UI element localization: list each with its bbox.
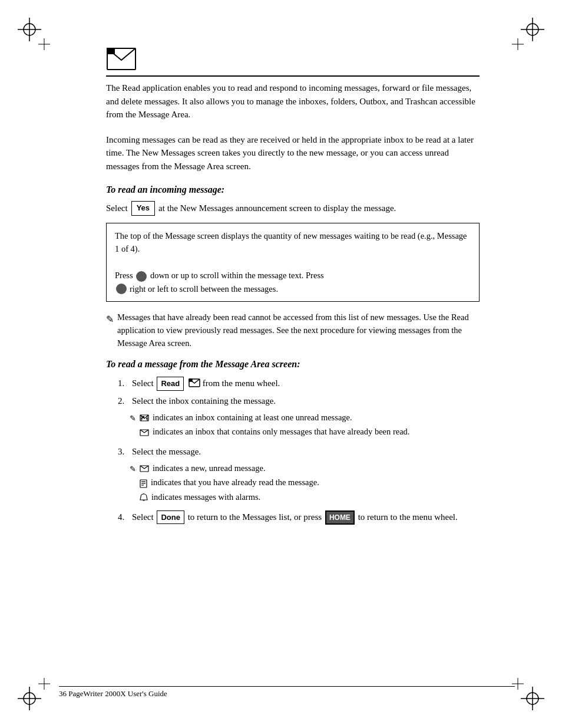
step1-prefix: Select (132, 378, 156, 388)
note-scroll-text: down or up to scroll within the message … (150, 271, 324, 280)
read-msg-icon (140, 476, 148, 489)
incoming-intro-paragraph: Incoming messages can be read as they ar… (106, 133, 480, 173)
tip2-line1-text: indicates an inbox containing at least o… (153, 411, 352, 424)
tip2-content: indicates an inbox containing at least o… (140, 411, 409, 441)
tip2-line2: indicates an inbox that contains only me… (140, 426, 409, 439)
step3-num: 3. (118, 445, 127, 459)
tip3-line2: indicates that you have already read the… (140, 476, 319, 489)
step2: 2. Select the inbox containing the messa… (118, 394, 480, 408)
select-yes-prefix: Select (106, 201, 128, 215)
tip1-text: Messages that have already been read can… (117, 311, 480, 350)
step1-content: Select Read from the menu wheel. (132, 377, 280, 391)
step2-num: 2. (118, 394, 127, 408)
section1-heading: To read an incoming message: (106, 185, 480, 195)
tip1-icon: ✎ (106, 312, 114, 350)
svg-rect-25 (142, 416, 144, 418)
inbox-closed-icon (140, 426, 150, 439)
note-press-label: Press (115, 271, 133, 280)
tip2-paragraph: ✎ (130, 411, 480, 441)
tip3-line3-text: indicates messages with alarms. (151, 491, 260, 504)
note-box: The top of the Message screen displays t… (106, 223, 480, 302)
note-line3: right or left to scroll between the mess… (115, 282, 471, 295)
tip3-line1-text: indicates a new, unread message. (153, 462, 266, 475)
inbox-open-icon (140, 411, 150, 424)
done-button: Done (157, 510, 184, 525)
note-right-left-text: right or left to scroll between the mess… (130, 282, 278, 295)
footer-rule (59, 686, 515, 687)
scroll-button2-icon (116, 284, 127, 294)
tip2-line1: indicates an inbox containing at least o… (140, 411, 409, 424)
tip3-icon: ✎ (130, 463, 136, 506)
new-msg-icon (140, 462, 150, 475)
svg-rect-23 (189, 379, 192, 381)
tip2-icon: ✎ (130, 413, 136, 441)
yes-button: Yes (131, 201, 155, 216)
home-button: HOME (325, 510, 355, 525)
header-icon-area (106, 47, 480, 77)
tip3-line3: indicates messages with alarms. (140, 491, 319, 504)
step4-prefix: Select (132, 512, 156, 522)
header-envelope-icon (106, 47, 137, 71)
note-line2: Press down or up to scroll within the me… (115, 269, 471, 282)
svg-rect-21 (107, 48, 114, 54)
tip3-content: indicates a new, unread message. (140, 462, 319, 506)
numbered-list: 1. Select Read from the menu wheel. (118, 377, 480, 525)
step1: 1. Select Read from the menu wheel. (118, 377, 480, 391)
intro-paragraph: The Read application enables you to read… (106, 81, 480, 121)
step3-text: Select the message. (132, 445, 201, 459)
step4-middle: to return to the Messages list, or press (188, 512, 324, 522)
step1-num: 1. (118, 377, 127, 391)
step1-suffix: from the menu wheel. (203, 378, 280, 388)
step4-content: Select Done to return to the Messages li… (132, 510, 458, 525)
scroll-button-icon (136, 271, 147, 282)
step4-num: 4. (118, 510, 127, 525)
tip3-line1: indicates a new, unread message. (140, 462, 319, 475)
tip3-line2-text: indicates that you have already read the… (151, 476, 319, 489)
tip2-line2-text: indicates an inbox that contains only me… (153, 426, 409, 439)
tip3-paragraph: ✎ indicates a new, unread message. (130, 462, 480, 506)
read-envelope-icon (189, 378, 200, 391)
step3: 3. Select the message. (118, 445, 480, 459)
select-yes-suffix: at the New Messages announcement screen … (158, 201, 396, 215)
select-yes-line: Select Yes at the New Messages announcem… (106, 201, 480, 216)
section2-heading: To read a message from the Message Area … (106, 359, 480, 370)
step2-text: Select the inbox containing the message. (132, 394, 276, 408)
tip1-paragraph: ✎ Messages that have already been read c… (106, 311, 480, 350)
read-button: Read (157, 377, 184, 391)
step4-suffix: to return to the menu wheel. (358, 512, 458, 522)
alarm-msg-icon (140, 491, 149, 504)
note-line1: The top of the Message screen displays t… (115, 229, 471, 256)
step4: 4. Select Done to return to the Messages… (118, 510, 480, 525)
page-footer: 36 PageWriter 2000X User's Guide (59, 686, 515, 699)
footer-text: 36 PageWriter 2000X User's Guide (59, 689, 167, 698)
